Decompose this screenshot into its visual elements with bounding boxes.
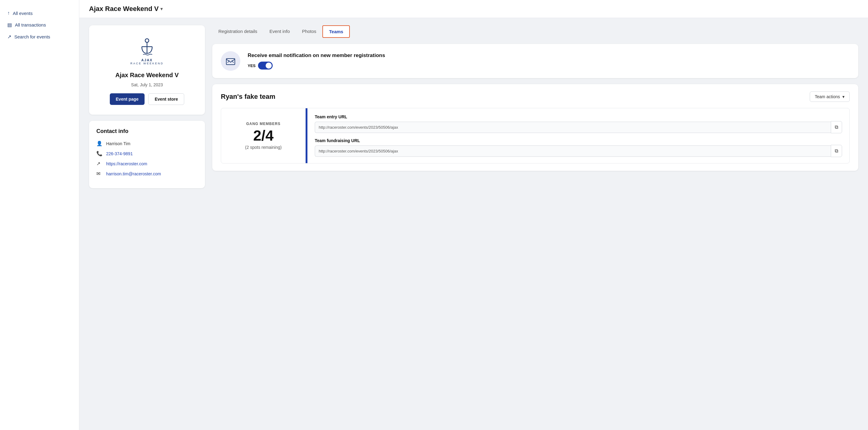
- sidebar: ↑ All events ▤ All transactions ↗ Search…: [0, 0, 79, 430]
- tab-registration-details[interactable]: Registration details: [212, 25, 264, 38]
- sidebar-item-search-events[interactable]: ↗ Search for events: [0, 31, 79, 43]
- contact-card-title: Contact info: [96, 128, 198, 134]
- sidebar-item-all-events[interactable]: ↑ All events: [0, 7, 79, 19]
- team-body: GANG MEMBERS 2/4 (2 spots remaining) Tea…: [221, 108, 850, 163]
- logo-text: AJAX: [141, 58, 153, 62]
- team-members-remaining: (2 spots remaining): [245, 145, 282, 150]
- phone-icon: 📞: [96, 151, 102, 156]
- left-column: AJAX RACE WEEKEND Ajax Race Weekend V Sa…: [89, 25, 205, 423]
- chevron-down-icon: ▾: [160, 6, 162, 11]
- content-area: AJAX RACE WEEKEND Ajax Race Weekend V Sa…: [79, 18, 868, 430]
- event-title-text: Ajax Race Weekend V: [89, 5, 159, 13]
- chevron-down-icon: ▾: [842, 94, 844, 99]
- contact-email-row: ✉ harrison.tim@raceroster.com: [96, 171, 198, 177]
- tab-teams[interactable]: Teams: [322, 25, 350, 38]
- email-notification-toggle[interactable]: [258, 62, 273, 69]
- team-urls-box: Team entry URL ⧉ Team fundraising URL ⧉: [307, 108, 849, 163]
- transactions-icon: ▤: [7, 22, 12, 28]
- contact-phone-row: 📞 226-374-9891: [96, 151, 198, 156]
- header: Ajax Race Weekend V ▾: [79, 0, 868, 18]
- team-entry-url-section: Team entry URL ⧉: [315, 114, 842, 133]
- right-column: Registration details Event info Photos T…: [212, 25, 858, 423]
- fundraising-url-input-wrap: ⧉: [315, 145, 842, 157]
- contact-name: Harrison Tim: [106, 141, 130, 146]
- anchor-logo-svg: [136, 36, 158, 57]
- sidebar-item-all-transactions[interactable]: ▤ All transactions: [0, 19, 79, 31]
- contact-card: Contact info 👤 Harrison Tim 📞 226-374-98…: [89, 121, 205, 188]
- team-members-box: GANG MEMBERS 2/4 (2 spots remaining): [221, 108, 307, 163]
- tabs-bar: Registration details Event info Photos T…: [212, 25, 858, 38]
- team-card: Ryan's fake team Team actions ▾ GANG MEM…: [212, 84, 858, 171]
- email-notification-icon: [225, 56, 236, 66]
- contact-name-row: 👤 Harrison Tim: [96, 141, 198, 146]
- entry-url-input-wrap: ⧉: [315, 121, 842, 133]
- svg-point-0: [145, 39, 149, 42]
- event-card-buttons: Event page Event store: [110, 93, 185, 105]
- team-header: Ryan's fake team Team actions ▾: [221, 91, 850, 102]
- team-members-count: 2/4: [253, 128, 274, 143]
- event-card: AJAX RACE WEEKEND Ajax Race Weekend V Sa…: [89, 25, 205, 115]
- team-fundraising-url-section: Team fundraising URL ⧉: [315, 138, 842, 157]
- svg-rect-3: [226, 59, 235, 65]
- contact-website-row: ↗ https://raceroster.com: [96, 161, 198, 166]
- event-title-dropdown[interactable]: Ajax Race Weekend V ▾: [89, 5, 162, 13]
- event-card-date: Sat, July 1, 2023: [131, 82, 163, 87]
- person-icon: 👤: [96, 141, 102, 146]
- team-actions-button[interactable]: Team actions ▾: [810, 91, 850, 102]
- notification-text: Receive email notification on new member…: [248, 53, 850, 69]
- tab-photos[interactable]: Photos: [296, 25, 322, 38]
- event-page-button[interactable]: Event page: [110, 93, 145, 105]
- toggle-wrap: YES: [248, 62, 850, 69]
- external-link-icon: ↗: [7, 34, 11, 40]
- event-card-title: Ajax Race Weekend V: [115, 72, 179, 79]
- contact-phone-link[interactable]: 226-374-9891: [106, 151, 133, 156]
- tab-event-info[interactable]: Event info: [264, 25, 296, 38]
- toggle-label: YES: [248, 63, 255, 68]
- fundraising-url-copy-button[interactable]: ⧉: [831, 145, 842, 157]
- notification-icon-wrap: [221, 51, 240, 71]
- logo-sub: RACE WEEKEND: [130, 62, 163, 65]
- entry-url-copy-button[interactable]: ⧉: [831, 121, 842, 133]
- event-logo: AJAX RACE WEEKEND: [129, 35, 165, 66]
- arrow-up-icon: ↑: [7, 10, 10, 16]
- entry-url-label: Team entry URL: [315, 114, 842, 119]
- contact-website-link[interactable]: https://raceroster.com: [106, 161, 147, 166]
- main-area: Ajax Race Weekend V ▾: [79, 0, 868, 430]
- team-entry-url-input[interactable]: [315, 122, 831, 133]
- notification-title: Receive email notification on new member…: [248, 53, 850, 59]
- email-icon: ✉: [96, 171, 102, 177]
- contact-email-link[interactable]: harrison.tim@raceroster.com: [106, 172, 161, 176]
- fundraising-url-label: Team fundraising URL: [315, 138, 842, 143]
- team-members-label: GANG MEMBERS: [246, 122, 281, 126]
- external-link-icon: ↗: [96, 161, 102, 166]
- notification-card: Receive email notification on new member…: [212, 44, 858, 78]
- team-fundraising-url-input[interactable]: [315, 146, 831, 157]
- team-name: Ryan's fake team: [221, 93, 275, 101]
- event-store-button[interactable]: Event store: [148, 93, 184, 105]
